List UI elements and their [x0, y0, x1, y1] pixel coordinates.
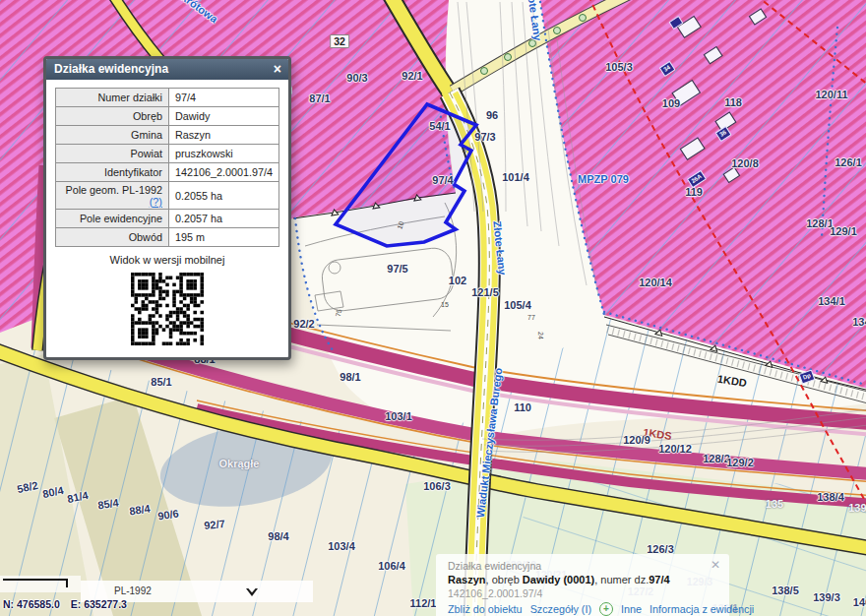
subject-obreb: Dawidy (0001)	[523, 574, 594, 585]
panel-links: Zbliż do obiektu Szczegóły (I) + Inne In…	[448, 602, 719, 616]
plus-circle-icon[interactable]: +	[599, 602, 613, 616]
attr-value: 195 m	[168, 228, 278, 247]
attr-label: Powiat	[56, 145, 169, 163]
attr-value: 0.2057 ha	[168, 210, 278, 228]
panel-title: Działka ewidencyjna	[448, 560, 719, 572]
table-row: Powiatpruszkowski	[56, 145, 279, 163]
table-row: GminaRaszyn	[56, 126, 279, 145]
attr-value: 0.2055 ha	[168, 182, 278, 210]
object-info-panel: ✕ Działka ewidencyjna Raszyn, obręb Dawi…	[436, 554, 729, 616]
help-link[interactable]: (?)	[150, 196, 162, 208]
table-row: Obwód195 m	[56, 228, 279, 247]
attr-label: Pole geom. PL-1992 (?)	[56, 182, 169, 210]
attr-value: Raszyn	[168, 126, 278, 145]
panel-close-icon[interactable]: ✕	[711, 558, 720, 572]
panel-subject: Raszyn, obręb Dawidy (0001), numer dz.97…	[448, 574, 719, 585]
table-row: Pole ewidencyjne0.2057 ha	[56, 210, 279, 228]
scale-bar	[3, 579, 68, 587]
attr-label-text: Pole geom. PL-1992	[65, 184, 161, 196]
map-viewport[interactable]: 3254/1Skrótowa90/392/187/196105/31091181…	[0, 0, 866, 616]
parcel-info-dialog: Działka ewidencyjna × Numer działki97/4 …	[43, 56, 291, 360]
attr-value: 142106_2.0001.97/4	[168, 163, 278, 182]
attr-value: 97/4	[168, 89, 278, 107]
close-icon[interactable]: ×	[274, 59, 281, 79]
attr-value: Dawidy	[168, 107, 278, 126]
dialog-titlebar[interactable]: Działka ewidencyjna ×	[46, 59, 288, 80]
table-row: Pole geom. PL-1992 (?) 0.2055 ha	[56, 182, 279, 210]
zoom-to-object-link[interactable]: Zbliż do obiektu	[448, 603, 523, 615]
table-row: Numer działki97/4	[56, 89, 279, 107]
qr-code	[131, 273, 204, 345]
crs-label: PL-1992	[114, 585, 152, 596]
attr-label: Numer działki	[56, 89, 169, 107]
subject-mid: , obręb	[486, 574, 523, 585]
subject-gmina: Raszyn	[448, 574, 486, 585]
subject-mid: , numer dz.	[594, 574, 649, 585]
parcel-attributes-table: Numer działki97/4 ObrębDawidy GminaRaszy…	[55, 88, 279, 247]
coordinate-north: N: 476585.0	[3, 598, 60, 610]
table-row: ObrębDawidy	[56, 107, 279, 126]
attr-value: pruszkowski	[168, 145, 278, 163]
dialog-title: Działka ewidencyjna	[54, 62, 168, 76]
panel-identifier: 142106_2.0001.97/4	[448, 587, 719, 599]
attr-label: Obręb	[56, 107, 169, 126]
attr-label: Gmina	[56, 126, 169, 145]
chevron-down-icon[interactable]	[246, 588, 258, 596]
table-row: Identyfikator142106_2.0001.97/4	[56, 163, 279, 182]
mobile-version-link[interactable]: Widok w wersji mobilnej	[55, 254, 279, 266]
other-link[interactable]: Inne	[621, 603, 642, 615]
attr-label: Pole ewidencyjne	[56, 210, 169, 228]
attr-label: Identyfikator	[56, 163, 169, 182]
attr-label: Obwód	[56, 228, 169, 247]
coordinate-east: E: 635277.3	[71, 598, 127, 610]
subject-parcel-number: 97/4	[649, 574, 669, 585]
details-link[interactable]: Szczegóły (I)	[530, 603, 591, 615]
coordinates-readout: N: 476585.0 E: 635277.3	[3, 598, 135, 610]
registry-info-link[interactable]: Informacja z ewidencji	[650, 603, 754, 615]
